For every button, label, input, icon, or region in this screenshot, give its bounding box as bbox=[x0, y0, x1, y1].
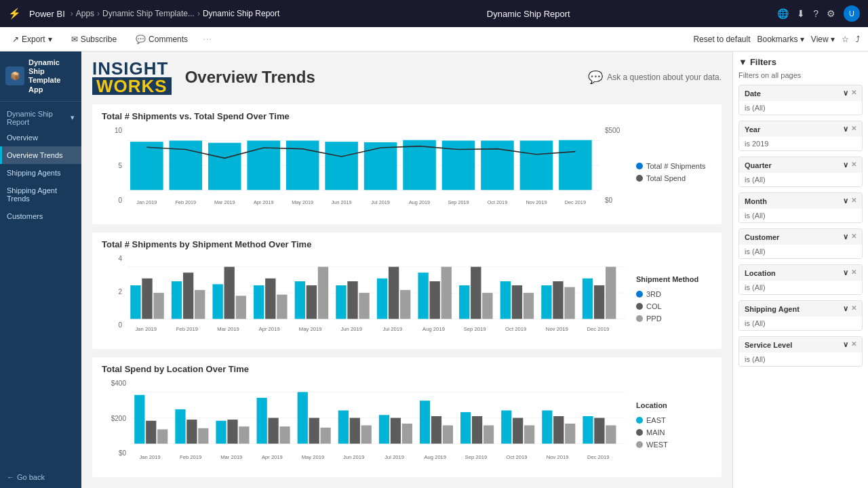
svg-text:Aug 2019: Aug 2019 bbox=[425, 454, 447, 460]
sidebar-item-shipping-agents[interactable]: Shipping Agents bbox=[0, 164, 81, 182]
filter-group-customer-header[interactable]: Customer ∨ ✕ bbox=[739, 229, 862, 245]
breadcrumb: › Apps › Dynamic Ship Template... › Dyna… bbox=[71, 9, 280, 18]
help-icon[interactable]: ? bbox=[813, 8, 818, 19]
view-button[interactable]: View ▾ bbox=[811, 35, 835, 44]
filter-group-location-clear[interactable]: ✕ bbox=[851, 268, 856, 277]
svg-rect-86 bbox=[198, 428, 208, 444]
svg-rect-90 bbox=[257, 398, 267, 444]
svg-rect-96 bbox=[338, 411, 349, 444]
comments-button[interactable]: 💬 Comments bbox=[132, 32, 192, 47]
breadcrumb-template[interactable]: Dynamic Ship Template... bbox=[102, 9, 195, 18]
filter-group-shipping-agent-clear[interactable]: ✕ bbox=[851, 304, 856, 313]
svg-rect-58 bbox=[512, 285, 522, 319]
sidebar-item-customers[interactable]: Customers bbox=[0, 207, 81, 225]
bookmarks-button[interactable]: Bookmarks ▾ bbox=[757, 35, 804, 44]
filter-group-month-header[interactable]: Month ∨ ✕ bbox=[739, 193, 862, 209]
svg-rect-113 bbox=[565, 424, 575, 444]
svg-rect-31 bbox=[142, 279, 152, 319]
filter-group-year-value: is 2019 bbox=[739, 137, 862, 150]
svg-rect-12 bbox=[481, 140, 514, 190]
sidebar-item-overview[interactable]: Overview bbox=[0, 129, 81, 146]
chart1-area: Jan 2019 Feb 2019 Mar 2019 Apr 2019 May … bbox=[127, 127, 599, 218]
svg-rect-99 bbox=[379, 415, 389, 443]
svg-rect-108 bbox=[501, 411, 511, 444]
filter-group-quarter: Quarter ∨ ✕ is (All) bbox=[738, 157, 863, 187]
filter-group-year-chevron[interactable]: ∨ bbox=[843, 125, 848, 134]
sidebar-header: 📦 Dynamic Ship Template App bbox=[0, 52, 81, 102]
filter-group-date-label: Date bbox=[745, 89, 761, 98]
filter-group-month-chevron[interactable]: ∨ bbox=[843, 197, 848, 205]
favorite-icon[interactable]: ☆ bbox=[842, 35, 849, 44]
sidebar-item-overview-trends[interactable]: Overview Trends bbox=[0, 146, 81, 164]
svg-rect-48 bbox=[377, 279, 387, 319]
svg-text:Apr 2019: Apr 2019 bbox=[254, 199, 274, 205]
sidebar-section-title[interactable]: Dynamic Ship Report ▾ bbox=[0, 107, 81, 129]
settings-icon[interactable]: ⚙ bbox=[827, 8, 835, 19]
filter-group-year-header[interactable]: Year ∨ ✕ bbox=[739, 121, 862, 137]
filter-group-customer-clear[interactable]: ✕ bbox=[851, 232, 856, 241]
svg-rect-4 bbox=[170, 140, 203, 190]
svg-rect-39 bbox=[254, 285, 264, 319]
export-button[interactable]: ↗ Export ▾ bbox=[8, 32, 56, 47]
comments-label: Comments bbox=[149, 35, 188, 44]
chart1-y-right: $500 $0 bbox=[605, 127, 625, 218]
svg-text:Sep 2019: Sep 2019 bbox=[465, 454, 488, 460]
filter-group-shipping-agent-chevron[interactable]: ∨ bbox=[843, 304, 848, 313]
profile-icon[interactable]: U bbox=[844, 5, 860, 22]
reset-button[interactable]: Reset to default bbox=[693, 35, 750, 44]
svg-rect-63 bbox=[583, 279, 593, 319]
qa-button[interactable]: 💬 Ask a question about your data. bbox=[588, 70, 722, 85]
svg-text:Apr 2019: Apr 2019 bbox=[259, 326, 280, 332]
filter-group-date-chevron[interactable]: ∨ bbox=[843, 89, 848, 98]
filter-group-service-level-header[interactable]: Service Level ∨ ✕ bbox=[739, 337, 862, 352]
legend-dot-ppd bbox=[636, 315, 643, 322]
chart3-legend-title: Location bbox=[636, 401, 712, 409]
svg-text:May 2019: May 2019 bbox=[302, 454, 324, 460]
globe-icon[interactable]: 🌐 bbox=[777, 8, 789, 19]
svg-rect-88 bbox=[227, 420, 237, 444]
share-icon[interactable]: ⤴ bbox=[856, 35, 860, 44]
filter-group-quarter-chevron[interactable]: ∨ bbox=[843, 161, 848, 169]
legend-label-east: EAST bbox=[646, 416, 666, 424]
chart2-legend: Shipment Method 3RD COL PPD bbox=[631, 255, 712, 342]
content-area: INSIGHT WORKS Overview Trends 💬 Ask a qu… bbox=[81, 52, 868, 488]
legend-item-spend: Total Spend bbox=[636, 174, 712, 182]
legend-label-spend: Total Spend bbox=[646, 174, 686, 182]
svg-rect-3 bbox=[130, 142, 163, 190]
filter-group-year-clear[interactable]: ✕ bbox=[851, 125, 856, 134]
filter-group-location-chevron[interactable]: ∨ bbox=[843, 268, 848, 277]
filter-group-customer-chevron[interactable]: ∨ bbox=[843, 232, 848, 241]
svg-rect-59 bbox=[524, 293, 534, 319]
sidebar-app-name: Dynamic Ship Template App bbox=[28, 58, 76, 94]
subscribe-button[interactable]: ✉ Subscribe bbox=[67, 32, 121, 47]
download-icon[interactable]: ⬇ bbox=[797, 8, 805, 19]
svg-text:Mar 2019: Mar 2019 bbox=[217, 326, 239, 332]
svg-rect-52 bbox=[430, 281, 440, 319]
filter-group-year-label: Year bbox=[745, 125, 760, 134]
svg-rect-56 bbox=[482, 293, 492, 319]
svg-rect-105 bbox=[460, 412, 471, 444]
export-label: Export bbox=[22, 35, 45, 44]
sidebar-item-shipping-agent-trends[interactable]: Shipping Agent Trends bbox=[0, 182, 81, 207]
filter-group-shipping-agent-header[interactable]: Shipping Agent ∨ ✕ bbox=[739, 301, 862, 317]
chart3-title: Total Spend by Location Over Time bbox=[102, 364, 712, 374]
filter-group-date-clear[interactable]: ✕ bbox=[851, 89, 856, 98]
chart2-title: Total # Shipments by Shipment Method Ove… bbox=[102, 239, 712, 249]
legend-item-shipments: Total # Shipments bbox=[636, 162, 712, 170]
go-back-button[interactable]: ← Go back bbox=[7, 473, 75, 481]
filter-group-month-clear[interactable]: ✕ bbox=[851, 197, 856, 205]
filter-group-quarter-clear[interactable]: ✕ bbox=[851, 161, 856, 169]
filter-group-service-level-chevron[interactable]: ∨ bbox=[843, 340, 848, 349]
filter-group-date-header[interactable]: Date ∨ ✕ bbox=[739, 85, 862, 101]
svg-text:Feb 2019: Feb 2019 bbox=[176, 326, 198, 332]
svg-text:Feb 2019: Feb 2019 bbox=[175, 199, 196, 205]
breadcrumb-sep1: › bbox=[97, 9, 100, 18]
filter-group-year: Year ∨ ✕ is 2019 bbox=[738, 121, 863, 151]
filter-group-location-header[interactable]: Location ∨ ✕ bbox=[739, 265, 862, 281]
breadcrumb-apps[interactable]: Apps bbox=[76, 9, 94, 18]
filter-group-customer-label: Customer bbox=[745, 233, 779, 241]
svg-rect-110 bbox=[524, 426, 534, 444]
filter-group-service-level-clear[interactable]: ✕ bbox=[851, 340, 856, 349]
filter-group-quarter-header[interactable]: Quarter ∨ ✕ bbox=[739, 157, 862, 173]
legend-dot-shipments bbox=[636, 163, 643, 169]
